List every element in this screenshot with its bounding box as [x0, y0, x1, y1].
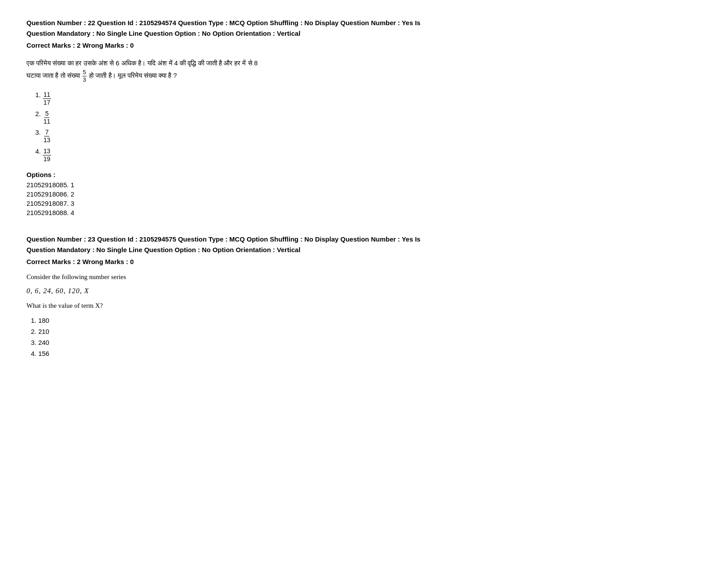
option-23-4-num: 4. — [31, 350, 38, 357]
question-23: Question Number : 23 Question Id : 21052… — [26, 234, 702, 357]
frac-22-1-den: 17 — [43, 99, 52, 106]
fraction-22-3: 7 13 — [43, 128, 52, 144]
option-23-1[interactable]: 1. 180 — [31, 317, 702, 324]
frac-22-4-num: 13 — [43, 147, 52, 155]
option-23-4[interactable]: 4. 156 — [31, 350, 702, 357]
frac-22-2-den: 11 — [43, 118, 52, 125]
option-id-22-2: 21052918086. 2 — [26, 190, 702, 198]
question-23-question: What is the value of term X? — [26, 302, 702, 310]
question-22-meta: Question Number : 22 Question Id : 21052… — [26, 18, 702, 39]
option-id-22-1: 21052918085. 1 — [26, 181, 702, 189]
question-23-meta-line1: Question Number : 23 Question Id : 21052… — [26, 234, 702, 245]
question-22: Question Number : 22 Question Id : 21052… — [26, 18, 702, 216]
question-22-frac-den: 3 — [83, 76, 86, 83]
question-23-intro: Consider the following number series — [26, 273, 702, 281]
frac-22-3-num: 7 — [44, 128, 49, 136]
option-23-3-val: 240 — [38, 339, 49, 346]
question-22-hindi-2: घटाया जाता है तो संख्या — [26, 72, 80, 79]
question-22-options-label: Options : — [26, 171, 702, 178]
option-23-2-num: 2. — [31, 328, 38, 335]
option-23-2[interactable]: 2. 210 — [31, 328, 702, 335]
fraction-22-1: 11 17 — [43, 91, 52, 106]
question-22-meta-line2: Question Mandatory : No Single Line Ques… — [26, 28, 702, 39]
option-22-2[interactable]: 2. 5 11 — [35, 110, 702, 125]
option-22-4[interactable]: 4. 13 19 — [35, 147, 702, 163]
option-22-1[interactable]: 1. 11 17 — [35, 91, 702, 106]
question-22-text: एक परिमेय संख्या का हर उसके अंश से 6 अधि… — [26, 57, 702, 83]
question-22-meta-line1: Question Number : 22 Question Id : 21052… — [26, 18, 702, 28]
question-22-hindi-1: एक परिमेय संख्या का हर उसके अंश से 6 अधि… — [26, 59, 258, 67]
question-23-meta: Question Number : 23 Question Id : 21052… — [26, 234, 702, 255]
question-22-frac-num: 5 — [83, 69, 86, 76]
frac-22-2-num: 5 — [44, 110, 49, 118]
option-id-22-3: 21052918087. 3 — [26, 200, 702, 207]
question-22-options-section: Options : 21052918085. 1 21052918086. 2 … — [26, 171, 702, 216]
question-23-options-list: 1. 180 2. 210 3. 240 4. 156 — [31, 317, 702, 357]
question-22-marks: Correct Marks : 2 Wrong Marks : 0 — [26, 42, 702, 49]
option-23-3-num: 3. — [31, 339, 38, 346]
option-23-3[interactable]: 3. 240 — [31, 339, 702, 346]
question-23-meta-line2: Question Mandatory : No Single Line Ques… — [26, 245, 702, 255]
option-23-1-num: 1. — [31, 317, 38, 324]
question-22-hindi-3: हो जाती है। मूल परिमेय संख्या क्या है ? — [89, 72, 177, 79]
fraction-22-2: 5 11 — [43, 110, 52, 125]
fraction-22-4: 13 19 — [43, 147, 52, 163]
frac-22-3-den: 13 — [43, 136, 52, 144]
option-22-3[interactable]: 3. 7 13 — [35, 128, 702, 144]
question-22-inline-fraction: 5 3 — [83, 69, 86, 83]
option-23-1-val: 180 — [38, 317, 49, 324]
frac-22-1-num: 11 — [43, 91, 52, 99]
question-22-options-list: 1. 11 17 2. 5 11 3. 7 13 4. 13 19 — [35, 91, 702, 162]
option-id-22-4: 21052918088. 4 — [26, 209, 702, 216]
question-23-marks: Correct Marks : 2 Wrong Marks : 0 — [26, 258, 702, 265]
frac-22-4-den: 19 — [43, 155, 52, 163]
option-23-2-val: 210 — [38, 328, 49, 335]
option-23-4-val: 156 — [38, 350, 49, 357]
question-23-series: 0, 6, 24, 60, 120, X — [26, 287, 702, 295]
